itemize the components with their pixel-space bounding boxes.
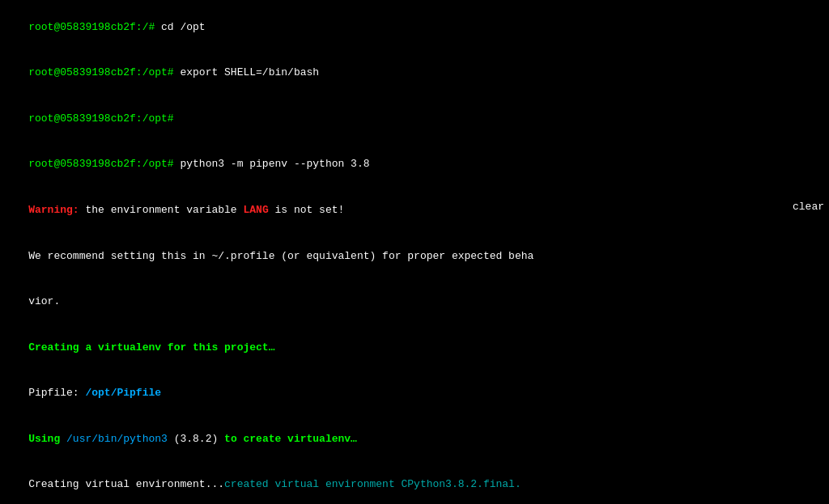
warning-rest: is not set! xyxy=(269,204,345,216)
warning-label: Warning: xyxy=(28,204,79,216)
prompt: root@05839198cb2f:/opt# xyxy=(28,112,180,125)
line-6: We recommend setting this in ~/.profile … xyxy=(3,234,826,280)
venv-creating-text: Creating virtual environment... xyxy=(28,478,224,490)
venv-created-text: created virtual environment CPython3.8.2… xyxy=(224,478,521,490)
using-label: Using xyxy=(28,433,66,445)
using-rest: to create virtualenv… xyxy=(224,433,357,445)
line-8-creating-venv: Creating a virtualenv for this project… xyxy=(3,325,826,371)
recommend-text-2: vior. xyxy=(28,295,60,307)
recommend-text-1: We recommend setting this in ~/.profile … xyxy=(28,250,534,262)
line-5-warning: Warning: the environment variable LANG i… xyxy=(3,188,826,234)
line-11-venv: Creating virtual environment...created v… xyxy=(3,462,826,504)
using-path: /usr/bin/python3 xyxy=(66,433,168,445)
line-10-using: Using /usr/bin/python3 (3.8.2) to create… xyxy=(3,417,826,463)
command: export SHELL=/bin/bash xyxy=(180,66,319,78)
terminal: root@05839198cb2f:/# cd /opt root@058391… xyxy=(0,0,829,504)
line-3: root@05839198cb2f:/opt# xyxy=(3,96,826,142)
prompt: root@05839198cb2f:/opt# xyxy=(28,66,180,78)
prompt: root@05839198cb2f:/opt# xyxy=(28,158,180,170)
pipfile-label: Pipfile: xyxy=(28,387,85,399)
pipfile-path: /opt/Pipfile xyxy=(85,387,161,399)
command: cd /opt xyxy=(161,21,206,33)
warning-text: the environment variable xyxy=(79,204,244,216)
line-1: root@05839198cb2f:/# cd /opt xyxy=(3,5,826,51)
line-9-pipfile: Pipfile: /opt/Pipfile xyxy=(3,371,826,417)
creating-venv-text: Creating a virtualenv for this project… xyxy=(28,341,274,354)
line-7: vior. xyxy=(3,279,826,325)
command: python3 -m pipenv --python 3.8 xyxy=(180,158,369,170)
using-version: (3.8.2) xyxy=(168,433,224,445)
line-4: root@05839198cb2f:/opt# python3 -m pipen… xyxy=(3,142,826,188)
clear-button[interactable]: clear xyxy=(793,201,824,213)
prompt: root@05839198cb2f:/# xyxy=(28,21,161,33)
lang-label: LANG xyxy=(243,204,268,216)
line-2: root@05839198cb2f:/opt# export SHELL=/bi… xyxy=(3,51,826,97)
